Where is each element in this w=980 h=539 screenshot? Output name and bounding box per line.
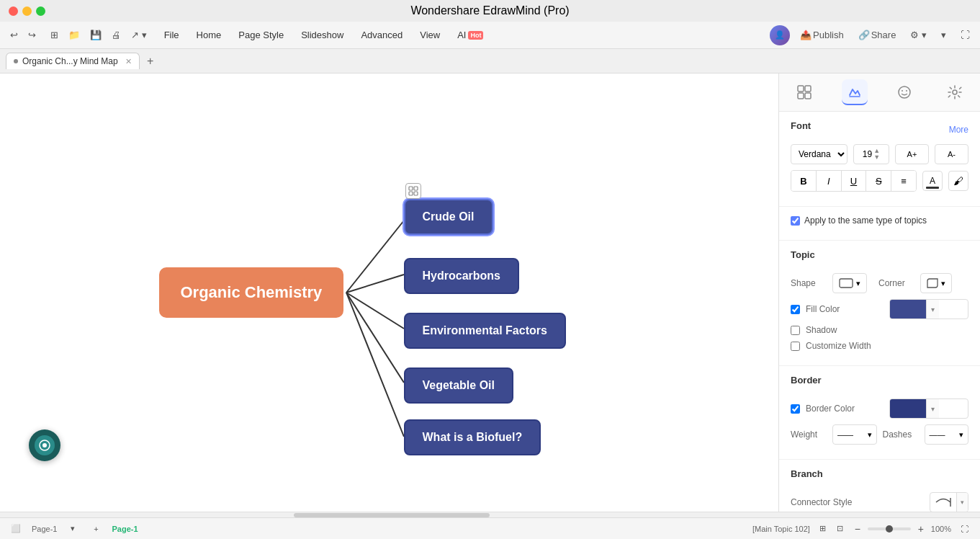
minimize-button[interactable] — [22, 6, 32, 16]
menu-file[interactable]: File — [157, 27, 186, 43]
page-tab-active[interactable]: Page-1 — [112, 525, 138, 533]
fit-page-button[interactable]: ⊞ — [816, 522, 830, 536]
menu-slideshow[interactable]: Slideshow — [294, 27, 351, 43]
zoom-level: 100% — [931, 525, 951, 533]
layout-toggle-button[interactable]: ⬜ — [9, 522, 23, 536]
font-section-title: Font — [791, 120, 811, 131]
open-button[interactable]: 📁 — [64, 27, 84, 43]
tab-mindmap[interactable]: Organic Ch...y Mind Map ✕ — [6, 53, 140, 69]
svg-line-0 — [346, 220, 404, 293]
svg-point-10 — [42, 443, 47, 447]
share-button[interactable]: 🔗 Share — [854, 27, 901, 43]
panel-tab-emoji[interactable] — [891, 79, 917, 105]
canvas[interactable]: Organic Chemistry Crude Oil Hydrocarbons… — [0, 74, 778, 512]
horizontal-scrollbar[interactable] — [0, 512, 980, 517]
panel-tab-style[interactable] — [842, 79, 868, 105]
shadow-checkbox[interactable] — [791, 326, 800, 335]
corner-label: Corner — [878, 278, 914, 288]
save-button[interactable]: 💾 — [86, 27, 106, 43]
font-size-control[interactable]: 19 ▲ ▼ — [853, 144, 889, 164]
branch-node-biofuel[interactable]: What is a Biofuel? — [404, 419, 541, 455]
maximize-button[interactable] — [36, 6, 45, 16]
brush-button[interactable]: 🖌 — [948, 171, 968, 191]
svg-point-15 — [899, 86, 910, 98]
panel-tab-settings[interactable] — [942, 79, 968, 105]
menu-home[interactable]: Home — [189, 27, 229, 43]
connector-style-picker[interactable]: ▾ — [930, 492, 968, 512]
fullscreen-button[interactable]: ⛶ — [956, 27, 974, 43]
align-button[interactable]: ≡ — [891, 171, 916, 191]
fill-color-checkbox[interactable] — [791, 305, 800, 314]
border-section-title: Border — [791, 375, 822, 386]
zoom-out-button[interactable]: − — [850, 522, 865, 536]
font-size-down[interactable]: ▼ — [873, 154, 880, 161]
scrollbar-thumb[interactable] — [294, 513, 490, 517]
publish-button[interactable]: 📤 Publish — [796, 27, 848, 43]
fill-color-label: Fill Color — [806, 304, 884, 314]
ai-float-button[interactable] — [29, 429, 60, 461]
zoom-slider[interactable] — [868, 527, 911, 530]
topic-section: Topic Shape ▾ Corner ▾ Fill Color — [779, 241, 980, 366]
svg-line-1 — [346, 275, 404, 293]
close-button[interactable] — [9, 6, 18, 16]
connector-style-arrow[interactable]: ▾ — [956, 492, 968, 512]
fill-color-arrow[interactable]: ▾ — [926, 299, 939, 319]
panel-tab-layout[interactable] — [791, 79, 817, 105]
menu-view[interactable]: View — [413, 27, 447, 43]
border-weight-picker[interactable]: —— ▾ — [832, 424, 877, 445]
border-color-arrow[interactable]: ▾ — [926, 398, 939, 419]
add-tab-button[interactable]: + — [143, 53, 158, 69]
font-more-link[interactable]: More — [949, 125, 968, 135]
branch-node-env-factors[interactable]: Environmental Factors — [404, 313, 566, 349]
font-color-button[interactable]: A — [922, 171, 943, 191]
print-button[interactable]: 🖨 — [107, 27, 125, 43]
font-section: Font More Verdana 19 ▲ ▼ A+ A- — [779, 112, 980, 207]
corner-picker[interactable]: ▾ — [920, 273, 952, 293]
border-color-picker[interactable]: ▾ — [889, 398, 968, 419]
svg-point-17 — [906, 90, 907, 92]
undo-button[interactable]: ↩ — [6, 27, 22, 43]
customize-width-checkbox[interactable] — [791, 342, 800, 351]
fill-color-picker[interactable]: ▾ — [889, 299, 968, 319]
zoom-page-button[interactable]: ⊡ — [833, 522, 848, 536]
collapse-panel-button[interactable]: ▾ — [937, 27, 950, 43]
zoom-slider-thumb[interactable] — [886, 525, 893, 533]
add-page-button[interactable]: + — [89, 522, 103, 536]
zoom-in-button[interactable]: + — [914, 522, 928, 536]
central-node[interactable]: Organic Chemistry — [159, 267, 344, 318]
settings-button[interactable]: ⚙ ▾ — [906, 27, 931, 43]
border-dashes-label: Dashes — [883, 429, 919, 440]
italic-button[interactable]: I — [817, 171, 842, 191]
border-color-checkbox[interactable] — [791, 404, 800, 414]
underline-button[interactable]: U — [842, 171, 867, 191]
tab-dot — [14, 59, 18, 63]
branch-node-hydrocarbons[interactable]: Hydrocarbons — [404, 258, 519, 294]
resize-handle[interactable] — [405, 183, 421, 199]
shape-picker[interactable]: ▾ — [832, 273, 867, 293]
menu-page-style[interactable]: Page Style — [231, 27, 291, 43]
strikethrough-button[interactable]: S — [866, 171, 891, 191]
user-avatar[interactable]: 👤 — [770, 25, 790, 45]
svg-rect-8 — [414, 192, 418, 195]
apply-checkbox[interactable] — [791, 216, 800, 226]
new-button[interactable]: ⊞ — [46, 27, 63, 43]
border-dashes-picker[interactable]: —— ▾ — [925, 424, 969, 445]
redo-button[interactable]: ↪ — [24, 27, 40, 43]
export-button[interactable]: ↗ ▾ — [127, 27, 151, 43]
branch-node-veg-oil[interactable]: Vegetable Oil — [404, 368, 513, 404]
page-label: Page-1 — [32, 525, 57, 533]
fullscreen-status-button[interactable]: ⛶ — [957, 522, 971, 536]
font-family-select[interactable]: Verdana — [791, 144, 848, 164]
tab-close-icon[interactable]: ✕ — [125, 57, 132, 66]
font-decrease-button[interactable]: A- — [935, 144, 968, 164]
font-increase-button[interactable]: A+ — [895, 144, 929, 164]
menu-ai[interactable]: AI Hot — [450, 27, 490, 43]
svg-rect-14 — [805, 93, 811, 99]
menu-advanced[interactable]: Advanced — [354, 27, 410, 43]
panel-tabs — [779, 74, 980, 112]
bold-button[interactable]: B — [791, 171, 817, 191]
svg-rect-7 — [409, 192, 413, 195]
page-dropdown-button[interactable]: ▾ — [66, 522, 80, 536]
svg-rect-11 — [798, 86, 804, 92]
branch-node-crude-oil[interactable]: Crude Oil — [404, 199, 493, 235]
